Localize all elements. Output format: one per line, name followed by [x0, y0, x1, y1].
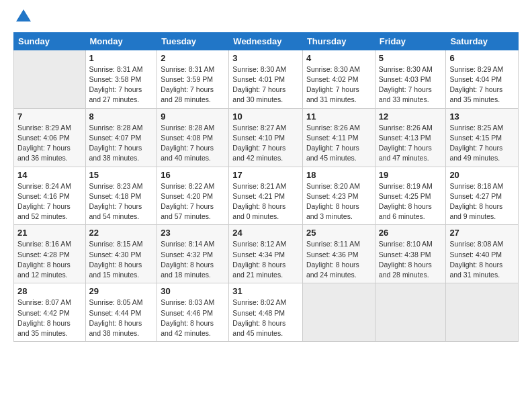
day-detail: Sunrise: 8:24 AMSunset: 4:16 PMDaylight:…: [17, 181, 82, 222]
table-row: 19Sunrise: 8:19 AMSunset: 4:25 PMDayligh…: [375, 167, 446, 225]
table-row: 27Sunrise: 8:08 AMSunset: 4:40 PMDayligh…: [446, 225, 519, 283]
day-detail: Sunrise: 8:20 AMSunset: 4:23 PMDaylight:…: [306, 181, 371, 222]
table-row: 2Sunrise: 8:31 AMSunset: 3:59 PMDaylight…: [157, 50, 229, 108]
day-number: 10: [232, 111, 299, 122]
day-number: 18: [306, 170, 371, 180]
table-row: 3Sunrise: 8:30 AMSunset: 4:01 PMDaylight…: [229, 50, 303, 108]
day-number: 22: [89, 228, 154, 238]
day-detail: Sunrise: 8:29 AMSunset: 4:06 PMDaylight:…: [17, 123, 82, 164]
table-row: 14Sunrise: 8:24 AMSunset: 4:16 PMDayligh…: [14, 167, 86, 225]
day-detail: Sunrise: 8:28 AMSunset: 4:07 PMDaylight:…: [89, 123, 154, 164]
page: Sunday Monday Tuesday Wednesday Thursday…: [0, 0, 532, 411]
table-row: 13Sunrise: 8:25 AMSunset: 4:15 PMDayligh…: [446, 108, 519, 167]
table-row: [375, 283, 446, 342]
col-tuesday: Tuesday: [157, 32, 229, 50]
day-number: 29: [89, 286, 154, 296]
day-number: 26: [379, 228, 443, 238]
col-friday: Friday: [375, 32, 446, 50]
day-number: 21: [17, 228, 82, 238]
weekday-header-row: Sunday Monday Tuesday Wednesday Thursday…: [14, 32, 519, 50]
table-row: 25Sunrise: 8:11 AMSunset: 4:36 PMDayligh…: [302, 225, 375, 283]
day-detail: Sunrise: 8:19 AMSunset: 4:25 PMDaylight:…: [379, 181, 443, 222]
col-saturday: Saturday: [446, 32, 519, 50]
table-row: 10Sunrise: 8:27 AMSunset: 4:10 PMDayligh…: [229, 108, 303, 167]
day-detail: Sunrise: 8:05 AMSunset: 4:44 PMDaylight:…: [89, 298, 154, 338]
day-detail: Sunrise: 8:15 AMSunset: 4:30 PMDaylight:…: [89, 239, 154, 280]
table-row: 7Sunrise: 8:29 AMSunset: 4:06 PMDaylight…: [14, 108, 86, 167]
day-detail: Sunrise: 8:27 AMSunset: 4:10 PMDaylight:…: [232, 123, 299, 164]
day-number: 7: [17, 111, 82, 122]
day-number: 8: [89, 111, 154, 122]
day-number: 14: [17, 170, 82, 180]
table-row: 28Sunrise: 8:07 AMSunset: 4:42 PMDayligh…: [14, 283, 86, 342]
table-row: 8Sunrise: 8:28 AMSunset: 4:07 PMDaylight…: [85, 108, 157, 167]
day-number: 9: [161, 111, 225, 122]
day-detail: Sunrise: 8:07 AMSunset: 4:42 PMDaylight:…: [17, 298, 82, 338]
table-row: 1Sunrise: 8:31 AMSunset: 3:58 PMDaylight…: [85, 50, 157, 108]
day-detail: Sunrise: 8:30 AMSunset: 4:01 PMDaylight:…: [232, 64, 299, 105]
day-detail: Sunrise: 8:25 AMSunset: 4:15 PMDaylight:…: [449, 123, 515, 164]
col-thursday: Thursday: [302, 32, 375, 50]
day-detail: Sunrise: 8:31 AMSunset: 3:59 PMDaylight:…: [161, 64, 225, 105]
day-detail: Sunrise: 8:28 AMSunset: 4:08 PMDaylight:…: [161, 123, 225, 164]
day-number: 31: [232, 286, 299, 296]
table-row: 11Sunrise: 8:26 AMSunset: 4:11 PMDayligh…: [302, 108, 375, 167]
header: [13, 12, 519, 26]
day-detail: Sunrise: 8:16 AMSunset: 4:28 PMDaylight:…: [17, 239, 82, 280]
calendar-week-row: 1Sunrise: 8:31 AMSunset: 3:58 PMDaylight…: [14, 50, 519, 108]
col-sunday: Sunday: [14, 32, 86, 50]
day-number: 28: [17, 286, 82, 296]
day-number: 24: [232, 228, 299, 238]
day-detail: Sunrise: 8:10 AMSunset: 4:38 PMDaylight:…: [379, 239, 443, 280]
day-number: 5: [379, 53, 443, 63]
day-number: 30: [161, 286, 225, 296]
calendar-week-row: 7Sunrise: 8:29 AMSunset: 4:06 PMDaylight…: [14, 108, 519, 167]
day-detail: Sunrise: 8:30 AMSunset: 4:03 PMDaylight:…: [379, 64, 443, 105]
day-number: 23: [161, 228, 225, 238]
table-row: 4Sunrise: 8:30 AMSunset: 4:02 PMDaylight…: [302, 50, 375, 108]
day-number: 6: [449, 53, 515, 63]
day-number: 2: [161, 53, 225, 63]
day-detail: Sunrise: 8:03 AMSunset: 4:46 PMDaylight:…: [161, 298, 225, 338]
table-row: 26Sunrise: 8:10 AMSunset: 4:38 PMDayligh…: [375, 225, 446, 283]
calendar-week-row: 28Sunrise: 8:07 AMSunset: 4:42 PMDayligh…: [14, 283, 519, 342]
table-row: 23Sunrise: 8:14 AMSunset: 4:32 PMDayligh…: [157, 225, 229, 283]
table-row: 18Sunrise: 8:20 AMSunset: 4:23 PMDayligh…: [302, 167, 375, 225]
day-number: 16: [161, 170, 225, 180]
table-row: 21Sunrise: 8:16 AMSunset: 4:28 PMDayligh…: [14, 225, 86, 283]
day-detail: Sunrise: 8:29 AMSunset: 4:04 PMDaylight:…: [449, 64, 515, 105]
day-number: 12: [379, 111, 443, 122]
day-number: 4: [306, 53, 371, 63]
day-number: 17: [232, 170, 299, 180]
day-detail: Sunrise: 8:26 AMSunset: 4:11 PMDaylight:…: [306, 123, 371, 164]
table-row: 24Sunrise: 8:12 AMSunset: 4:34 PMDayligh…: [229, 225, 303, 283]
day-number: 19: [379, 170, 443, 180]
calendar-table: Sunday Monday Tuesday Wednesday Thursday…: [13, 32, 519, 342]
day-detail: Sunrise: 8:21 AMSunset: 4:21 PMDaylight:…: [232, 181, 299, 222]
day-number: 3: [232, 53, 299, 63]
table-row: 15Sunrise: 8:23 AMSunset: 4:18 PMDayligh…: [85, 167, 157, 225]
day-number: 20: [449, 170, 515, 180]
logo: [13, 12, 31, 26]
table-row: 31Sunrise: 8:02 AMSunset: 4:48 PMDayligh…: [229, 283, 303, 342]
day-number: 13: [449, 111, 515, 122]
calendar-week-row: 14Sunrise: 8:24 AMSunset: 4:16 PMDayligh…: [14, 167, 519, 225]
table-row: [446, 283, 519, 342]
day-number: 15: [89, 170, 154, 180]
day-detail: Sunrise: 8:02 AMSunset: 4:48 PMDaylight:…: [232, 298, 299, 338]
day-detail: Sunrise: 8:11 AMSunset: 4:36 PMDaylight:…: [306, 239, 371, 280]
day-detail: Sunrise: 8:18 AMSunset: 4:27 PMDaylight:…: [449, 181, 515, 222]
day-detail: Sunrise: 8:23 AMSunset: 4:18 PMDaylight:…: [89, 181, 154, 222]
table-row: 12Sunrise: 8:26 AMSunset: 4:13 PMDayligh…: [375, 108, 446, 167]
table-row: [14, 50, 86, 108]
svg-marker-0: [16, 9, 31, 21]
table-row: 9Sunrise: 8:28 AMSunset: 4:08 PMDaylight…: [157, 108, 229, 167]
day-detail: Sunrise: 8:08 AMSunset: 4:40 PMDaylight:…: [449, 239, 515, 280]
day-number: 27: [449, 228, 515, 238]
day-detail: Sunrise: 8:30 AMSunset: 4:02 PMDaylight:…: [306, 64, 371, 105]
day-number: 25: [306, 228, 371, 238]
day-detail: Sunrise: 8:26 AMSunset: 4:13 PMDaylight:…: [379, 123, 443, 164]
day-detail: Sunrise: 8:14 AMSunset: 4:32 PMDaylight:…: [161, 239, 225, 280]
table-row: 17Sunrise: 8:21 AMSunset: 4:21 PMDayligh…: [229, 167, 303, 225]
day-detail: Sunrise: 8:12 AMSunset: 4:34 PMDaylight:…: [232, 239, 299, 280]
